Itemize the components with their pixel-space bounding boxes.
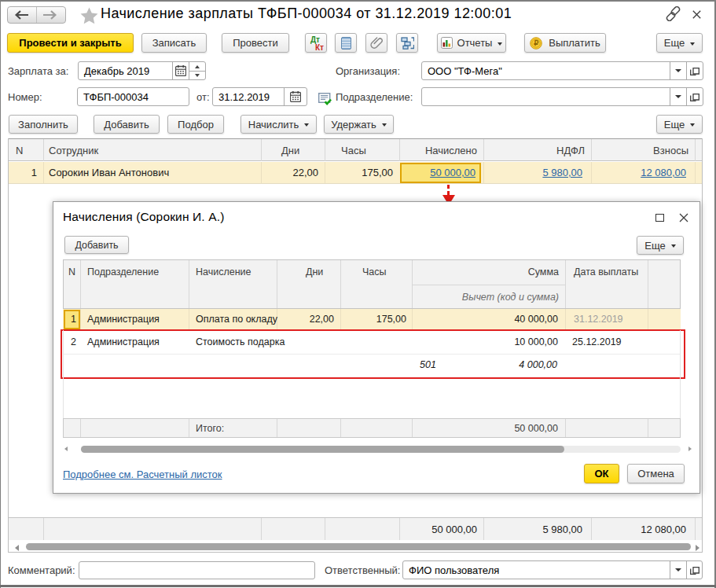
svg-text:₽: ₽ (534, 39, 539, 47)
